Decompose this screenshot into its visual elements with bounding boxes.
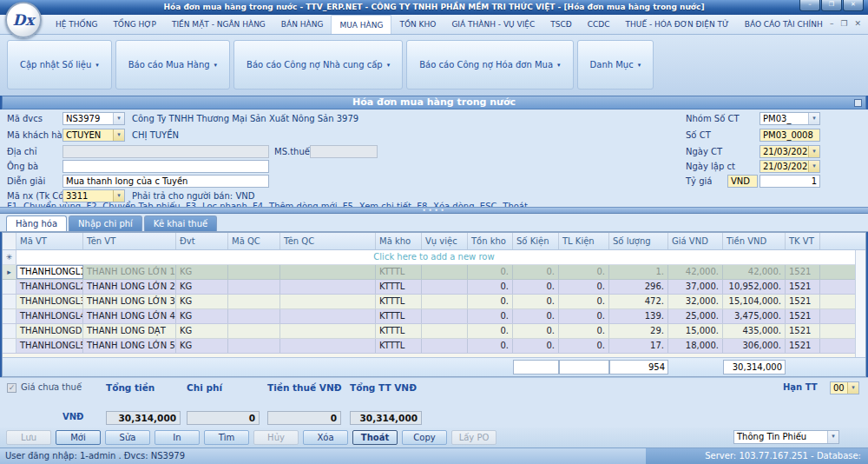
tab-0[interactable]: Hàng hóa xyxy=(6,215,67,231)
grid-cell-ma_kho[interactable]: KTTTL xyxy=(376,265,422,279)
add-row-hint[interactable]: Click here to add a new row xyxy=(3,250,865,264)
grid-cell-ma_kho[interactable]: KTTTL xyxy=(376,280,422,294)
grid-cell-dvt[interactable]: KG xyxy=(176,339,228,353)
grid-cell-ma_vt[interactable]: THANHLONGL4 xyxy=(16,309,83,323)
grid-cell-dvt[interactable]: KG xyxy=(176,309,228,323)
grid-cell-ma_vt[interactable]: THANHLONGL3 xyxy=(16,295,83,308)
ong-ba-field[interactable] xyxy=(62,160,269,173)
grid-cell-tl_kien[interactable]: 0. xyxy=(559,324,609,338)
grid-cell-ten_qc[interactable] xyxy=(280,309,376,323)
action-button-7[interactable]: Thoát xyxy=(352,430,398,445)
grid-cell-ton_kho[interactable]: 0. xyxy=(468,265,513,279)
grid-cell-ma_vt[interactable]: THANHLONGD xyxy=(16,324,83,338)
grid-row-2[interactable]: THANHLONGL3THANH LONG LỚN 3KGKTTTL0.0.0.… xyxy=(3,295,865,309)
toolbar-button-3[interactable]: Báo cáo Công nợ Hóa đơn Mua▾ xyxy=(414,56,565,74)
grid-cell-so_luong[interactable]: 472. xyxy=(609,295,668,308)
toolbar-button-2[interactable]: Báo cáo Công nợ Nhà cung cấp▾ xyxy=(241,56,395,74)
grid-column-so_kien[interactable]: Số Kiện xyxy=(513,233,559,249)
menu-item-9[interactable]: THUẾ - HÓA ĐƠN ĐIỆN TỬ xyxy=(618,15,737,34)
action-button-5[interactable]: Hủy xyxy=(253,430,299,445)
tab-1[interactable]: Nhập chi phí xyxy=(69,215,142,231)
ty-gia-currency-field[interactable]: VND xyxy=(727,175,758,188)
grid-cell-so_kien[interactable]: 0. xyxy=(513,324,559,338)
grid-cell-tl_kien[interactable]: 0. xyxy=(559,265,609,279)
title-bar[interactable]: Hóa đơn mua hàng trong nước - TTV_ERP.NE… xyxy=(0,0,868,15)
grid-cell-ten_vt[interactable]: THANH LONG LỚN 4 xyxy=(83,309,176,323)
action-button-6[interactable]: Xóa xyxy=(303,430,348,445)
grid-cell-so_kien[interactable]: 0. xyxy=(513,280,559,294)
grid-cell-so_luong[interactable]: 1. xyxy=(609,265,668,279)
grid-cell-ma_qc[interactable] xyxy=(228,280,280,294)
action-button-9[interactable]: Lấy PO xyxy=(451,430,496,445)
action-button-2[interactable]: Sửa xyxy=(105,430,150,445)
app-logo[interactable]: Dx xyxy=(5,2,42,38)
mdi-close-icon[interactable]: ✕ xyxy=(854,19,861,28)
grid-column-so_luong[interactable]: Số lượng xyxy=(609,233,668,249)
grid-cell-ma_kho[interactable]: KTTTL xyxy=(376,324,422,338)
grid-column-gia_vnd[interactable]: Giá VND xyxy=(668,233,723,249)
minimize-icon[interactable]: – xyxy=(799,0,820,11)
grid-cell-so_luong[interactable]: 17. xyxy=(609,339,668,353)
grid-column-ton_kho[interactable]: Tồn kho xyxy=(468,233,513,249)
grid-cell-ten_qc[interactable] xyxy=(280,324,376,338)
panel-grid-icon[interactable] xyxy=(854,99,862,107)
grid-cell-dvt[interactable]: KG xyxy=(176,324,228,338)
menu-item-3[interactable]: BÁN HÀNG xyxy=(273,15,332,34)
menu-item-7[interactable]: TSCĐ xyxy=(542,15,579,34)
grid-cell-gia_vnd[interactable]: 37,000. xyxy=(668,280,723,294)
grid-cell-ma_kho[interactable]: KTTTL xyxy=(376,295,422,308)
grid-cell-ten_vt[interactable]: THANH LONG LỚN 3 xyxy=(83,295,176,308)
menu-item-0[interactable]: HỆ THỐNG xyxy=(48,15,105,34)
toolbar-button-1[interactable]: Báo cáo Mua Hàng▾ xyxy=(123,56,222,74)
grid-cell-gia_vnd[interactable]: 25,000. xyxy=(668,309,723,323)
grid-cell-tk_vt[interactable]: 1521 xyxy=(786,339,820,353)
grid-cell-ten_qc[interactable] xyxy=(280,280,376,294)
grid-column-ma_kho[interactable]: Mã kho xyxy=(376,233,422,249)
grid-cell-tk_vt[interactable]: 1521 xyxy=(786,280,820,294)
ms-thue-field[interactable] xyxy=(310,145,378,158)
grid-cell-ten_vt[interactable]: THANH LONG DẠT xyxy=(83,324,176,338)
grid-column-ten_qc[interactable]: Tên QC xyxy=(280,233,376,249)
grid-cell-vu_viec[interactable] xyxy=(422,295,468,308)
close-icon[interactable]: ✕ xyxy=(843,0,864,11)
grid-cell-gia_vnd[interactable]: 42,000. xyxy=(668,265,723,279)
grid-cell-ma_kho[interactable]: KTTTL xyxy=(376,309,422,323)
grid-cell-ma_kho[interactable]: KTTTL xyxy=(376,339,422,353)
ngay-ct-combo[interactable]: 21/03/2023▾ xyxy=(760,145,820,158)
grid-add-row[interactable]: ✳ Click here to add a new row xyxy=(3,250,865,265)
grid-cell-vu_viec[interactable] xyxy=(422,324,468,338)
grid-cell-ton_kho[interactable]: 0. xyxy=(468,339,513,353)
action-button-1[interactable]: Mới xyxy=(56,430,101,445)
grid-row-3[interactable]: THANHLONGL4THANH LONG LỚN 4KGKTTTL0.0.0.… xyxy=(3,309,865,324)
ma-khach-hang-combo[interactable]: CTUYEN▾ xyxy=(62,129,125,142)
grid-cell-ma_qc[interactable] xyxy=(228,265,280,279)
grid-cell-tien_vnd[interactable]: 10,952,000. xyxy=(723,280,786,294)
menu-item-1[interactable]: TỔNG HỢP xyxy=(105,15,164,34)
grid-column-ten_vt[interactable]: Tên VT xyxy=(83,233,176,249)
action-button-8[interactable]: Copy xyxy=(402,430,447,445)
grid-cell-ma_qc[interactable] xyxy=(228,309,280,323)
grid-cell-ton_kho[interactable]: 0. xyxy=(468,309,513,323)
grid-cell-ma_qc[interactable] xyxy=(228,295,280,308)
grid-cell-tien_vnd[interactable]: 42,000. xyxy=(723,265,786,279)
grid-cell-vu_viec[interactable] xyxy=(422,265,468,279)
ma-nx-combo[interactable]: 3311▾ xyxy=(62,189,125,202)
grid-cell-gia_vnd[interactable]: 15,000. xyxy=(668,324,723,338)
grid-cell-tk_vt[interactable]: 1521 xyxy=(786,309,820,323)
action-button-0[interactable]: Lưu xyxy=(6,430,51,445)
grid-cell-so_kien[interactable]: 0. xyxy=(513,339,559,353)
han-tt-combo[interactable]: 00▾ xyxy=(830,381,859,394)
grid-cell-tl_kien[interactable]: 0. xyxy=(559,295,609,308)
grid-cell-so_luong[interactable]: 296. xyxy=(609,280,668,294)
grid-column-ma_vt[interactable]: Mã VT xyxy=(16,233,83,249)
ngay-lap-ct-combo[interactable]: 21/03/2023▾ xyxy=(760,160,820,173)
grid-row-1[interactable]: THANHLONGL2THANH LONG LỚN 2KGKTTTL0.0.0.… xyxy=(3,280,865,295)
ma-dvcs-combo[interactable]: NS3979▾ xyxy=(62,112,125,125)
grid-cell-tien_vnd[interactable]: 306,000. xyxy=(723,339,786,353)
nhom-so-ct-combo[interactable]: PM03_▾ xyxy=(760,112,820,125)
grid-cell-ma_vt[interactable]: THANHLONGL2 xyxy=(16,280,83,294)
menu-item-4[interactable]: MUA HÀNG xyxy=(331,15,391,34)
grid-cell-tl_kien[interactable]: 0. xyxy=(559,280,609,294)
grid-cell-ten_vt[interactable]: THANH LONG LỚN 1 xyxy=(83,265,176,279)
grid-cell-tk_vt[interactable]: 1521 xyxy=(786,324,820,338)
